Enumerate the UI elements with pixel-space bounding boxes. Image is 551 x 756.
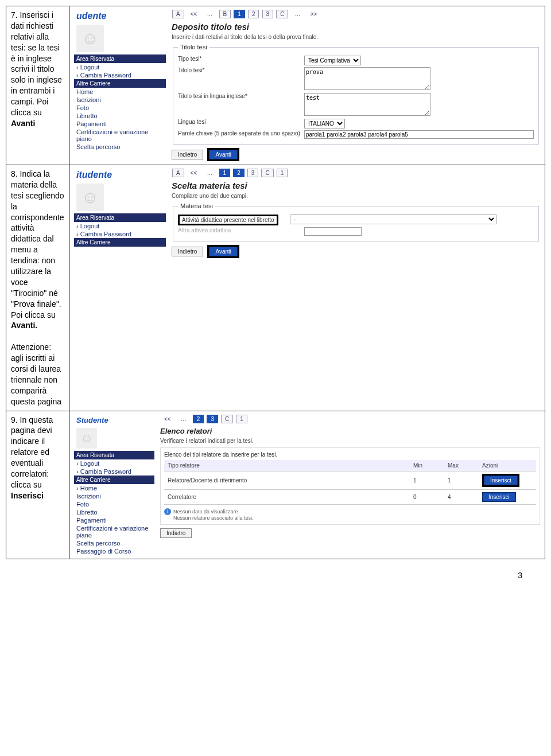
table-row: Correlatore 0 4 Inserisci [164, 489, 536, 504]
cell-tipo: Correlatore [164, 489, 410, 504]
step-a[interactable]: A [172, 169, 184, 177]
step-prev[interactable]: << [161, 415, 174, 423]
titolo-tesi-en-label: Titolo tesi in lingua inglese* [178, 93, 304, 99]
menu-pagamenti[interactable]: Pagamenti [74, 516, 154, 524]
step-c[interactable]: C [276, 10, 288, 18]
step-one[interactable]: 1 [277, 169, 288, 177]
step-2[interactable]: 2 [248, 10, 259, 18]
menu-libretto[interactable]: Libretto [74, 112, 166, 120]
page-subtitle: Inserire i dati relativi al titolo della… [172, 34, 540, 40]
screenshot-9: Studente ☺ Area Riservata Logout Cambia … [74, 415, 540, 555]
step-c[interactable]: C [221, 415, 233, 423]
menu-iscrizioni[interactable]: Iscrizioni [74, 492, 154, 500]
step-3[interactable]: 3 [207, 415, 218, 423]
avanti-button[interactable]: Avanti [209, 247, 238, 256]
relatori-table: Tipo relatore Min Max Azioni Relatore/Do… [164, 460, 536, 505]
menu-scelta-percorso[interactable]: Scelta percorso [74, 539, 154, 547]
altra-attivita-input[interactable] [304, 227, 362, 236]
screenshot-7: udente ☺ Area Riservata Logout Cambia Pa… [74, 10, 540, 161]
screenshot-8: itudente ☺ Area Riservata Logout Cambia … [74, 169, 540, 258]
step-2[interactable]: 2 [233, 169, 245, 177]
step-3[interactable]: 3 [262, 10, 274, 18]
area-riservata-header: Area Riservata [74, 213, 166, 222]
parole-chiave-label: Parole chiave (5 parole separate da uno … [178, 130, 304, 137]
attivita-didattica-select[interactable]: - [290, 215, 496, 224]
step-dots: … [203, 10, 216, 18]
area-riservata-header: Area Riservata [74, 451, 154, 459]
cell-min: 1 [410, 471, 444, 489]
th-azioni: Azioni [479, 460, 536, 471]
table-row: Relatore/Docente di riferimento 1 1 Inse… [164, 471, 536, 489]
attivita-didattica-highlight: Attività didattica presente nel libretto [178, 215, 278, 225]
step-b[interactable]: B [219, 10, 231, 18]
cambia-password-link[interactable]: Cambia Password [74, 71, 166, 79]
menu-libretto[interactable]: Libretto [74, 508, 154, 516]
avanti-highlight: Avanti [207, 148, 239, 161]
attivita-didattica-label: Attività didattica presente nel libretto [182, 217, 274, 223]
step-1[interactable]: 1 [234, 10, 245, 18]
titolo-tesi-en-input[interactable]: test [304, 93, 430, 116]
menu-foto[interactable]: Foto [74, 500, 154, 508]
step-dots: … [203, 169, 216, 177]
logout-link[interactable]: Logout [74, 222, 166, 230]
instruction-9-bold: Inserisci [11, 491, 44, 500]
page-subtitle: Verificare i relatori indicati per la te… [160, 438, 540, 444]
page-title: Scelta materia tesi [172, 181, 540, 190]
instruction-7: 7. Inserisci i dati richiesti relativi a… [6, 6, 69, 165]
step-one[interactable]: 1 [236, 415, 247, 423]
step-nav: A << … B 1 2 3 C … >> [172, 10, 540, 18]
menu-home[interactable]: Home [74, 484, 154, 492]
cell-min: 0 [410, 489, 444, 504]
tipo-tesi-select[interactable]: Tesi Compilativa [304, 56, 361, 65]
cell-max: 4 [444, 489, 479, 504]
altre-carriere-header: Altre Carriere [74, 476, 154, 484]
step-prev[interactable]: << [187, 169, 201, 177]
parole-chiave-input[interactable] [304, 130, 534, 139]
logout-link[interactable]: Logout [74, 459, 154, 467]
titolo-tesi-fieldset: Titolo tesi Tipo tesi* Tesi Compilativa … [173, 44, 539, 145]
logout-link[interactable]: Logout [74, 63, 166, 71]
instruction-9-text: 9. In questa pagina devi indicare il rel… [11, 415, 53, 489]
menu-home[interactable]: Home [74, 88, 166, 96]
page-title: Deposito titolo tesi [172, 22, 540, 32]
indietro-button[interactable]: Indietro [172, 247, 203, 256]
th-max: Max [444, 460, 479, 471]
menu-passaggio[interactable]: Passaggio di Corso [74, 547, 154, 555]
sidebar-usertype: Studente [74, 415, 154, 426]
step-1[interactable]: 1 [219, 169, 231, 177]
instruction-8-note: Attenzione: agli iscritti ai corsi di la… [11, 342, 61, 406]
materia-tesi-legend: Materia tesi [178, 202, 215, 209]
titolo-tesi-input[interactable]: prova [304, 67, 430, 90]
page-title: Elenco relatori [160, 427, 540, 435]
lingua-tesi-label: Lingua tesi [178, 119, 304, 125]
instruction-8: 8. Indica la materia della tesi sceglien… [6, 165, 69, 411]
inserisci-button[interactable]: Inserisci [482, 492, 516, 502]
altra-attivita-label: Altra attività didattica [178, 227, 304, 233]
cambia-password-link[interactable]: Cambia Password [74, 467, 154, 476]
avanti-highlight: Avanti [207, 245, 239, 258]
step-nav: << … 2 3 C 1 [160, 415, 540, 423]
lingua-tesi-select[interactable]: ITALIANO [304, 119, 345, 128]
cambia-password-link[interactable]: Cambia Password [74, 230, 166, 238]
indietro-button[interactable]: Indietro [172, 150, 203, 159]
step-a[interactable]: A [172, 10, 184, 18]
menu-scelta-percorso[interactable]: Scelta percorso [74, 143, 166, 151]
instruction-8-bold: Avanti. [11, 321, 37, 330]
materia-tesi-fieldset: Materia tesi Attività didattica presente… [173, 202, 539, 241]
menu-certificazioni[interactable]: Certificazioni e variazione piano [74, 524, 154, 539]
step-3[interactable]: 3 [247, 169, 259, 177]
tipo-tesi-label: Tipo tesi* [178, 56, 304, 62]
step-prev[interactable]: << [187, 10, 201, 18]
inserisci-button[interactable]: Inserisci [484, 476, 518, 485]
step-2[interactable]: 2 [193, 415, 204, 423]
step-dots: … [177, 415, 190, 423]
step-c[interactable]: C [261, 169, 273, 177]
menu-pagamenti[interactable]: Pagamenti [74, 120, 166, 128]
step-next[interactable]: >> [307, 10, 321, 18]
indietro-button[interactable]: Indietro [160, 528, 192, 538]
instruction-7-text: 7. Inserisci i dati richiesti relativi a… [11, 10, 62, 117]
avanti-button[interactable]: Avanti [209, 150, 238, 159]
menu-iscrizioni[interactable]: Iscrizioni [74, 96, 166, 104]
menu-foto[interactable]: Foto [74, 104, 166, 112]
menu-certificazioni[interactable]: Certificazioni e variazione piano [74, 128, 166, 143]
